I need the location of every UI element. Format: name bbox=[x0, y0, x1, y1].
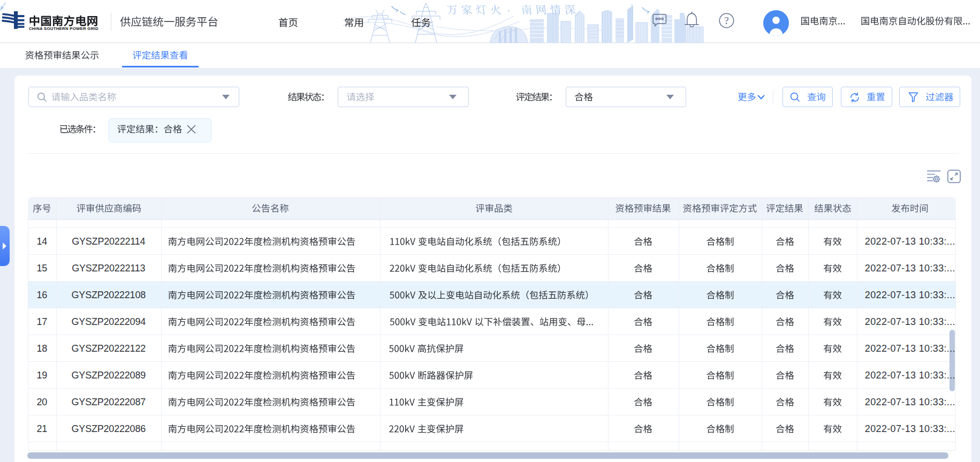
svg-text:?: ? bbox=[724, 15, 728, 26]
